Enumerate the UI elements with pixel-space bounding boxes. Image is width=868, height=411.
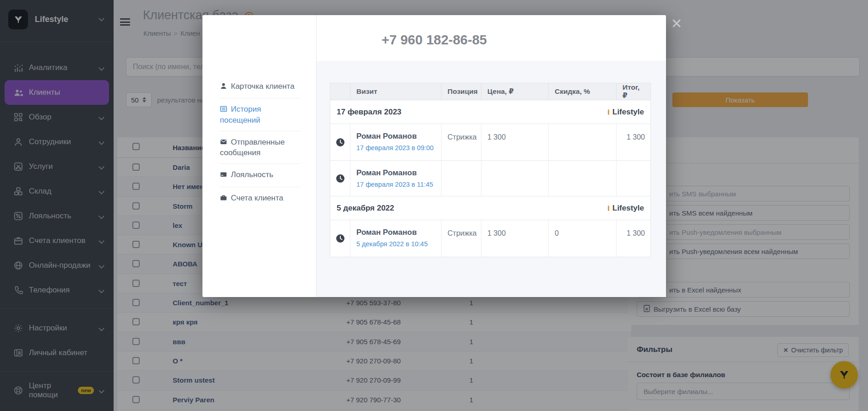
branch-name: Lifestyle [612,204,644,213]
clock-icon [330,161,350,196]
visit-group-branch: Lifestyle [608,108,644,117]
client-modal: +7 960 182-86-85 Карточка клиента Истори… [202,15,666,297]
visit-master-name: Роман Романов [356,132,441,141]
tab-visit-history[interactable]: История посещений [220,98,300,131]
envelope-icon [220,138,227,148]
person-icon [220,82,227,92]
visit-row: Роман Романов17 февраля 2023 в 11:45 [330,161,650,196]
visits-column-header: Скидка, % [549,83,617,100]
visit-total: 1 300 [617,220,651,257]
visit-date-group: 5 декабря 2022Lifestyle [330,196,650,220]
tab-sent-messages[interactable]: Отправленные сообщения [220,131,300,164]
modal-menu: Карточка клиента История посещений Отпра… [202,15,317,297]
tab-label: Лояльность [231,170,273,179]
visits-column-header: Цена, ₽ [481,83,549,100]
visit-total: 1 300 [617,124,651,160]
visit-datetime-link[interactable]: 17 февраля 2023 в 11:45 [356,181,441,188]
card-icon [220,171,227,180]
visit-position: Стрижка [442,124,481,160]
briefcase-icon [220,194,227,204]
visits-table: ВизитПозицияЦена, ₽Скидка, %Итог, ₽ 17 ф… [330,83,651,257]
visit-discount: 0 [549,220,617,257]
visits-column-header: Визит [350,83,442,100]
visit-cell: Роман Романов5 декабря 2022 в 10:45 [350,220,442,257]
visit-price: 1 300 [481,220,549,257]
visit-total [617,161,651,196]
visit-cell: Роман Романов17 февраля 2023 в 09:00 [350,124,442,160]
visit-row: Роман Романов17 февраля 2023 в 09:00Стри… [330,124,650,161]
visit-price: 1 300 [481,124,549,160]
visit-date-group: 17 февраля 2023Lifestyle [330,100,650,124]
modal-close-button[interactable]: ✕ [669,16,684,32]
branch-color-marker [608,109,609,115]
visit-group-date: 17 февраля 2023 [337,108,401,117]
visit-group-branch: Lifestyle [608,204,644,213]
visit-history-content: ВизитПозицияЦена, ₽Скидка, %Итог, ₽ 17 ф… [317,61,666,297]
tab-loyalty[interactable]: Лояльность [220,164,300,187]
visit-master-name: Роман Романов [356,228,441,237]
visits-column-header [330,83,350,100]
visit-master-name: Роман Романов [356,168,441,178]
branch-color-marker [608,206,609,211]
clock-icon [330,220,350,257]
visit-datetime-link[interactable]: 5 декабря 2022 в 10:45 [356,240,441,248]
tab-label: Счета клиента [231,194,284,202]
visit-group-date: 5 декабря 2022 [337,204,394,213]
tab-client-accounts[interactable]: Счета клиента [220,187,300,210]
branch-name: Lifestyle [612,108,644,117]
list-icon [220,105,227,115]
visit-price [481,161,549,196]
visit-position [442,161,481,196]
visits-body: 17 февраля 2023LifestyleРоман Романов17 … [330,100,650,257]
visit-discount [549,161,617,196]
visits-column-header: Позиция [442,83,481,100]
visits-table-header: ВизитПозицияЦена, ₽Скидка, %Итог, ₽ [330,83,650,100]
visit-discount [549,124,617,160]
clock-icon [330,124,350,160]
visit-position: Стрижка [442,220,481,257]
tab-label: Карточка клиента [231,82,295,91]
tab-client-card[interactable]: Карточка клиента [220,76,300,98]
visit-row: Роман Романов5 декабря 2022 в 10:45Стриж… [330,220,650,257]
visits-column-header: Итог, ₽ [617,83,651,100]
visit-datetime-link[interactable]: 17 февраля 2023 в 09:00 [356,144,441,151]
visit-cell: Роман Романов17 февраля 2023 в 11:45 [350,161,442,196]
tab-label: Отправленные сообщения [220,138,285,157]
